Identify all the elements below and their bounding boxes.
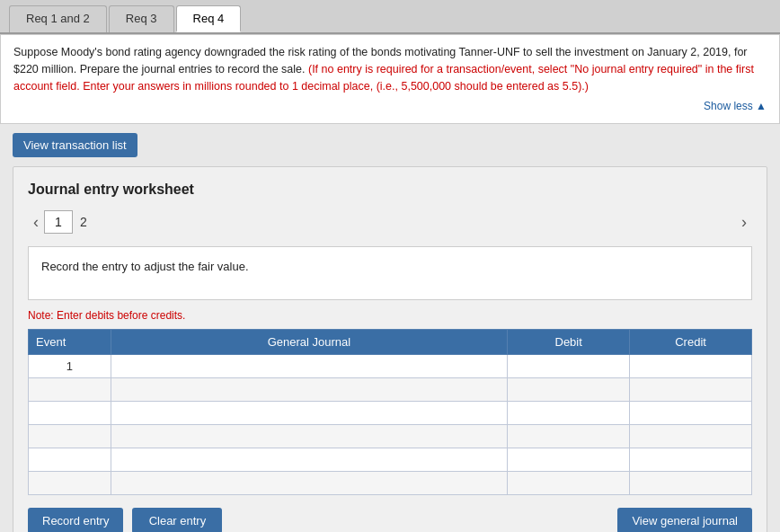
next-page-arrow[interactable]: › xyxy=(736,211,752,234)
credit-cell[interactable] xyxy=(630,425,752,448)
event-cell: 1 xyxy=(29,355,111,378)
table-row xyxy=(29,425,752,448)
table-row xyxy=(29,378,752,402)
event-cell xyxy=(29,378,111,402)
col-header-event: Event xyxy=(29,330,111,355)
general-journal-input[interactable] xyxy=(119,406,501,420)
table-row: 1 xyxy=(29,355,752,378)
tab-req4[interactable]: Req 4 xyxy=(176,5,242,32)
description-text: Record the entry to adjust the fair valu… xyxy=(41,260,249,273)
debit-input[interactable] xyxy=(515,383,622,396)
credit-input[interactable] xyxy=(637,453,744,466)
general-journal-cell[interactable] xyxy=(111,355,508,378)
debit-cell[interactable] xyxy=(508,472,630,495)
debit-cell[interactable] xyxy=(508,378,630,402)
general-journal-cell[interactable] xyxy=(111,402,508,425)
show-less-button[interactable]: Show less xyxy=(13,98,767,114)
credit-cell[interactable] xyxy=(630,402,752,425)
credit-input[interactable] xyxy=(637,430,744,443)
view-general-journal-button[interactable]: View general journal xyxy=(617,508,752,532)
debit-input[interactable] xyxy=(515,406,622,420)
table-row xyxy=(29,472,752,495)
credit-cell[interactable] xyxy=(630,472,752,495)
instructions-box: Suppose Moody's bond rating agency downg… xyxy=(0,34,780,124)
worksheet-title: Journal entry worksheet xyxy=(28,182,752,198)
debit-cell[interactable] xyxy=(508,402,630,425)
bottom-buttons: Record entry Clear entry View general jo… xyxy=(28,508,752,532)
credit-cell[interactable] xyxy=(630,355,752,378)
prev-page-arrow[interactable]: ‹ xyxy=(28,211,44,234)
general-journal-cell[interactable] xyxy=(111,425,508,448)
general-journal-input[interactable] xyxy=(119,383,501,396)
debit-input[interactable] xyxy=(515,430,622,443)
event-cell xyxy=(29,448,111,472)
tab-req1and2[interactable]: Req 1 and 2 xyxy=(9,5,107,32)
credit-cell[interactable] xyxy=(630,378,752,402)
general-journal-cell[interactable] xyxy=(111,472,508,495)
credit-input[interactable] xyxy=(637,359,744,373)
table-row xyxy=(29,448,752,472)
debit-cell[interactable] xyxy=(508,425,630,448)
credit-input[interactable] xyxy=(637,383,744,396)
event-cell xyxy=(29,425,111,448)
toolbar-row: View transaction list xyxy=(0,124,780,166)
general-journal-input[interactable] xyxy=(119,476,501,490)
debit-cell[interactable] xyxy=(508,355,630,378)
general-journal-input[interactable] xyxy=(119,359,501,373)
debit-input[interactable] xyxy=(515,359,622,373)
general-journal-input[interactable] xyxy=(119,453,501,466)
debit-input[interactable] xyxy=(515,476,622,490)
pagination-row: ‹ 1 2 › xyxy=(28,210,752,234)
col-header-debit: Debit xyxy=(508,330,630,355)
record-entry-button[interactable]: Record entry xyxy=(28,508,123,532)
debit-input[interactable] xyxy=(515,453,622,466)
view-transaction-button[interactable]: View transaction list xyxy=(13,133,137,157)
worksheet-card: Journal entry worksheet ‹ 1 2 › Record t… xyxy=(13,166,767,532)
event-cell xyxy=(29,402,111,425)
tab-req3[interactable]: Req 3 xyxy=(109,5,174,32)
general-journal-cell[interactable] xyxy=(111,378,508,402)
credit-input[interactable] xyxy=(637,476,744,490)
note-text: Note: Enter debits before credits. xyxy=(28,309,752,322)
page-count: 2 xyxy=(73,211,94,233)
general-journal-cell[interactable] xyxy=(111,448,508,472)
description-box: Record the entry to adjust the fair valu… xyxy=(28,246,752,300)
tabs-bar: Req 1 and 2 Req 3 Req 4 xyxy=(0,0,780,34)
journal-table: Event General Journal Debit Credit 1 xyxy=(28,329,752,495)
col-header-journal: General Journal xyxy=(111,330,508,355)
debit-cell[interactable] xyxy=(508,448,630,472)
col-header-credit: Credit xyxy=(630,330,752,355)
current-page: 1 xyxy=(44,210,73,234)
table-row xyxy=(29,402,752,425)
clear-entry-button[interactable]: Clear entry xyxy=(132,508,222,532)
credit-cell[interactable] xyxy=(630,448,752,472)
credit-input[interactable] xyxy=(637,406,744,420)
general-journal-input[interactable] xyxy=(119,430,501,443)
event-cell xyxy=(29,472,111,495)
